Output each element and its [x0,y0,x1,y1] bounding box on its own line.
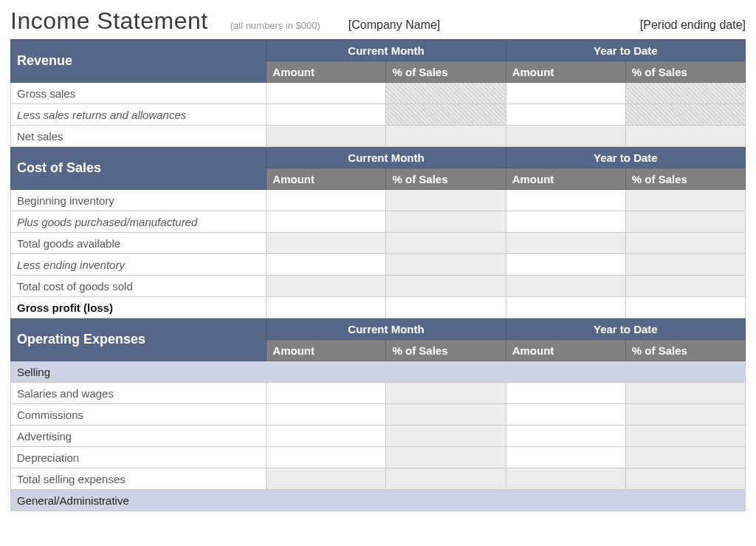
amount-cell[interactable] [267,276,386,297]
amount-cell[interactable] [506,447,625,468]
row-label: Total cost of goods sold [11,276,267,297]
col-pct-of-sales: % of Sales [625,340,745,361]
row-label: Depreciation [11,447,267,468]
col-pct-of-sales: % of Sales [386,61,506,83]
row-label: Salaries and wages [11,383,267,404]
col-amount: Amount [267,340,386,361]
amount-cell[interactable] [506,426,625,447]
col-pct-of-sales: % of Sales [386,168,506,190]
amount-cell[interactable] [267,211,386,233]
pct-cell[interactable] [625,447,745,468]
pct-cell[interactable] [386,254,506,276]
section-title: Cost of Sales [11,147,267,190]
amount-cell[interactable] [267,404,386,426]
row-label: Commissions [11,404,267,426]
amount-cell[interactable] [506,383,625,404]
col-amount: Amount [506,340,625,361]
col-amount: Amount [267,168,386,190]
amount-cell[interactable] [267,447,386,468]
col-amount: Amount [506,61,625,83]
period-header-current: Current Month [267,40,506,61]
row-label: Beginning inventory [11,190,267,211]
pct-cell[interactable] [625,190,745,211]
amount-cell[interactable] [506,211,625,233]
amount-cell[interactable] [506,104,625,126]
pct-cell[interactable] [386,297,506,318]
row-label: Plus goods purchased/manufactured [11,211,267,233]
row-label: Less ending inventory [11,254,267,276]
period-header-ytd: Year to Date [506,147,745,168]
amount-cell[interactable] [267,190,386,211]
amount-cell[interactable] [267,468,386,490]
section-title: Operating Expenses [11,318,267,361]
period-header-ytd: Year to Date [506,318,745,340]
pct-cell[interactable] [625,126,745,147]
header-bar: Income Statement (all numbers in $000) [… [10,7,746,35]
period-header-ytd: Year to Date [506,40,745,61]
pct-cell[interactable] [386,404,506,426]
section-title: Revenue [11,40,267,83]
amount-cell[interactable] [506,190,625,211]
amount-cell[interactable] [506,254,625,276]
pct-cell[interactable] [625,468,745,490]
pct-cell[interactable] [625,276,745,297]
amount-cell[interactable] [267,426,386,447]
pct-cell[interactable] [386,190,506,211]
amount-cell[interactable] [506,404,625,426]
pct-cell[interactable] [625,297,745,318]
pct-cell[interactable] [625,383,745,404]
row-label: Total goods available [11,233,267,254]
pct-cell[interactable] [386,83,506,104]
subgroup-band: General/Administrative [11,490,746,511]
page-title: Income Statement [10,7,208,35]
row-label: Less sales returns and allowances [11,104,267,126]
amount-cell[interactable] [267,297,386,318]
row-label: Gross sales [11,83,267,104]
period-header-current: Current Month [267,147,506,168]
pct-cell[interactable] [386,233,506,254]
col-amount: Amount [267,61,386,83]
company-name: [Company Name] [348,18,441,32]
amount-cell[interactable] [267,383,386,404]
amount-cell[interactable] [506,276,625,297]
pct-cell[interactable] [386,426,506,447]
pct-cell[interactable] [625,233,745,254]
income-statement-table: RevenueCurrent MonthYear to DateAmount% … [10,39,746,511]
units-note: (all numbers in $000) [230,20,320,31]
pct-cell[interactable] [386,383,506,404]
amount-cell[interactable] [267,104,386,126]
pct-cell[interactable] [625,426,745,447]
row-label: Net sales [11,126,267,147]
amount-cell[interactable] [506,468,625,490]
pct-cell[interactable] [386,468,506,490]
row-label: Gross profit (loss) [11,297,267,318]
amount-cell[interactable] [267,233,386,254]
pct-cell[interactable] [625,254,745,276]
pct-cell[interactable] [386,104,506,126]
pct-cell[interactable] [625,104,745,126]
period-header-current: Current Month [267,318,506,340]
amount-cell[interactable] [267,126,386,147]
row-label: Advertising [11,426,267,447]
amount-cell[interactable] [506,233,625,254]
pct-cell[interactable] [386,126,506,147]
col-pct-of-sales: % of Sales [625,61,745,83]
pct-cell[interactable] [386,276,506,297]
period-ending: [Period ending date] [640,18,746,32]
pct-cell[interactable] [625,83,745,104]
pct-cell[interactable] [625,211,745,233]
col-pct-of-sales: % of Sales [625,168,745,190]
pct-cell[interactable] [625,404,745,426]
col-amount: Amount [506,168,625,190]
amount-cell[interactable] [267,254,386,276]
subgroup-band: Selling [11,361,746,383]
amount-cell[interactable] [506,297,625,318]
col-pct-of-sales: % of Sales [386,340,506,361]
amount-cell[interactable] [506,126,625,147]
amount-cell[interactable] [267,83,386,104]
row-label: Total selling expenses [11,468,267,490]
pct-cell[interactable] [386,211,506,233]
amount-cell[interactable] [506,83,625,104]
pct-cell[interactable] [386,447,506,468]
income-statement-sheet: Income Statement (all numbers in $000) [… [0,0,756,511]
